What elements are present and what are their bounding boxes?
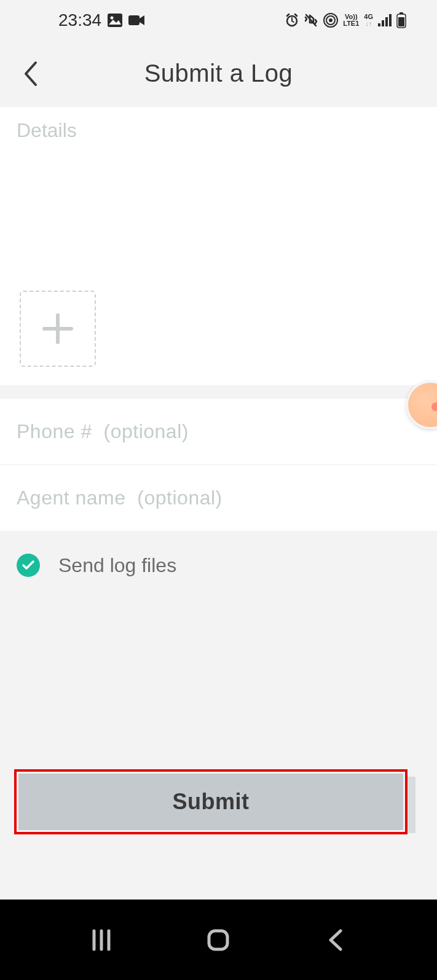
- status-right: Vo)) LTE1 4G ↓↑: [285, 12, 406, 28]
- send-logs-row: Send log files: [0, 531, 437, 600]
- vibrate-icon: [304, 14, 318, 27]
- recents-icon: [90, 929, 112, 951]
- svg-rect-0: [108, 14, 122, 27]
- svg-point-4: [329, 18, 333, 22]
- submit-highlight: Submit: [14, 769, 407, 834]
- svg-rect-14: [209, 931, 227, 949]
- send-logs-checkbox[interactable]: [17, 554, 40, 577]
- record-dot-icon: [431, 402, 437, 411]
- recents-button[interactable]: [77, 915, 126, 965]
- battery-icon: [396, 12, 406, 28]
- check-icon: [22, 560, 35, 571]
- status-left: 23:34: [58, 10, 144, 30]
- alarm-icon: [285, 14, 299, 27]
- chevron-left-icon: [327, 928, 344, 952]
- details-input[interactable]: [17, 119, 420, 279]
- svg-rect-8: [382, 20, 384, 26]
- send-logs-label: Send log files: [58, 554, 176, 577]
- details-card: [0, 107, 437, 385]
- back-button[interactable]: [15, 58, 46, 89]
- status-time: 23:34: [58, 10, 101, 30]
- page-title: Submit a Log: [144, 60, 293, 87]
- details-section: [0, 107, 437, 385]
- app-header: Submit a Log: [0, 40, 437, 107]
- status-bar: 23:34 Vo)) LTE1 4G ↓↑: [0, 0, 437, 40]
- submit-shadow: [407, 777, 415, 833]
- system-nav-bar: [0, 900, 437, 980]
- svg-rect-9: [385, 17, 388, 26]
- home-icon: [206, 928, 230, 952]
- home-button[interactable]: [194, 915, 243, 965]
- svg-rect-10: [389, 14, 392, 26]
- svg-point-1: [111, 16, 114, 19]
- phone-input[interactable]: [0, 399, 437, 465]
- plus-icon: [41, 312, 75, 346]
- video-icon: [128, 14, 144, 26]
- svg-rect-13: [398, 17, 404, 26]
- add-attachment-button[interactable]: [20, 291, 96, 367]
- volte-icon: Vo)) LTE1: [343, 14, 359, 27]
- agent-card: [0, 465, 437, 531]
- nav-back-button[interactable]: [311, 915, 360, 965]
- svg-rect-2: [128, 15, 140, 25]
- submit-button[interactable]: Submit: [18, 774, 403, 830]
- agent-name-input[interactable]: [0, 465, 437, 531]
- image-icon: [108, 14, 122, 27]
- hotspot-icon: [323, 13, 338, 28]
- svg-rect-7: [378, 23, 380, 26]
- network-4g-icon: 4G ↓↑: [364, 14, 373, 27]
- chevron-left-icon: [22, 60, 39, 87]
- submit-wrapper: Submit: [14, 769, 407, 834]
- phone-card: [0, 399, 437, 465]
- signal-icon: [378, 14, 392, 26]
- section-divider: [0, 385, 437, 399]
